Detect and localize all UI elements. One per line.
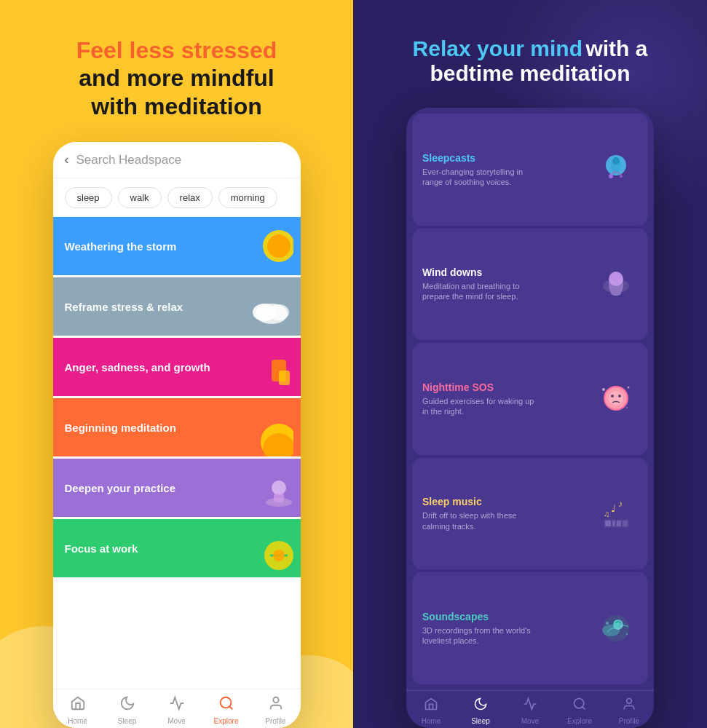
tag-relax[interactable]: relax xyxy=(167,187,213,208)
winddowns-icon xyxy=(594,262,638,306)
sleep-card-nighttime[interactable]: Nighttime SOS Guided exercises for wakin… xyxy=(412,343,648,455)
move-icon xyxy=(169,695,185,715)
nav-item-explore[interactable]: Explore xyxy=(202,695,251,725)
nav-label-home: Home xyxy=(68,717,87,725)
svg-point-21 xyxy=(620,175,623,178)
right-nav-item-profile[interactable]: Profile xyxy=(604,697,654,725)
tag-morning[interactable]: morning xyxy=(218,187,277,208)
card-title-deepen: Deepen your practice xyxy=(65,482,289,494)
right-nav-label-profile: Profile xyxy=(619,717,639,725)
svg-point-25 xyxy=(612,273,620,282)
svg-point-44 xyxy=(614,620,620,626)
svg-text:♪: ♪ xyxy=(618,499,623,509)
svg-point-29 xyxy=(618,395,621,397)
course-card-deepen[interactable]: Deepen your practice xyxy=(53,459,301,517)
right-nav-label-move: Move xyxy=(521,717,539,725)
svg-rect-11 xyxy=(274,494,284,502)
left-panel: Feel less stressed and more mindfulwith … xyxy=(0,0,353,728)
card-title-anger: Anger, sadness, and growth xyxy=(65,361,289,373)
sleep-card-soundscapes[interactable]: Soundscapes 3D recordings from the world… xyxy=(412,572,648,684)
sleep-card-sleepcasts[interactable]: Sleepcasts Ever-changing storytelling in… xyxy=(412,114,648,226)
course-card-beginning[interactable]: Beginning meditation xyxy=(53,398,301,456)
course-card-focus[interactable]: Focus at work xyxy=(53,519,301,577)
svg-point-28 xyxy=(611,395,614,397)
svg-point-31 xyxy=(627,387,629,389)
sleep-card-info-soundscapes: Soundscapes 3D recordings from the world… xyxy=(422,611,594,646)
right-nav-item-home[interactable]: Home xyxy=(406,697,456,725)
svg-line-15 xyxy=(229,706,232,709)
home-icon xyxy=(70,695,86,715)
svg-point-20 xyxy=(609,174,613,178)
sleepcasts-icon xyxy=(594,148,638,191)
sleep-card-info-nighttime: Nighttime SOS Guided exercises for wakin… xyxy=(422,381,594,417)
svg-rect-38 xyxy=(612,521,615,526)
sleep-card-desc-soundscapes: 3D recordings from the world's loveliest… xyxy=(422,625,539,646)
nav-item-home[interactable]: Home xyxy=(53,695,103,725)
search-bar[interactable]: ‹ Search Headspace xyxy=(53,142,301,178)
svg-line-48 xyxy=(582,707,585,710)
svg-point-49 xyxy=(627,699,632,704)
right-explore-icon xyxy=(572,697,587,715)
right-headline-blue: Relax your mind xyxy=(413,36,582,60)
right-phone-mockup: Sleepcasts Ever-changing storytelling in… xyxy=(406,108,654,728)
headline-colored: Feel less stressed xyxy=(76,36,277,64)
cards-list: Weathering the storm Reframe stress & re… xyxy=(53,217,301,689)
right-sleep-icon xyxy=(473,697,488,715)
nav-item-move[interactable]: Move xyxy=(152,695,202,725)
search-input[interactable]: Search Headspace xyxy=(76,153,289,167)
nav-label-move: Move xyxy=(167,717,185,725)
sleep-card-winddowns[interactable]: Wind downs Meditation and breathing to p… xyxy=(412,229,648,341)
left-bottom-nav: Home Sleep Move xyxy=(53,689,301,728)
explore-icon xyxy=(218,695,234,715)
card-title-beginning: Beginning meditation xyxy=(65,422,289,434)
sleep-card-title-nighttime: Nighttime SOS xyxy=(422,381,594,393)
course-card-anger[interactable]: Anger, sadness, and growth xyxy=(53,338,301,396)
sleep-card-desc-sleepmusic: Drift off to sleep with these calming tr… xyxy=(422,510,539,531)
soundscapes-icon xyxy=(594,606,638,650)
course-card-reframe[interactable]: Reframe stress & relax xyxy=(53,277,301,336)
sleep-card-sleepmusic[interactable]: Sleep music Drift off to sleep with thes… xyxy=(412,458,648,570)
left-header: Feel less stressed and more mindfulwith … xyxy=(47,0,307,142)
right-header: Relax your mind with abedtime meditation xyxy=(384,0,677,108)
svg-point-32 xyxy=(626,407,628,408)
right-move-icon xyxy=(523,697,537,715)
right-nav-item-sleep[interactable]: Sleep xyxy=(456,697,505,725)
nav-label-profile: Profile xyxy=(265,717,285,725)
sleep-card-desc-nighttime: Guided exercises for waking up in the ni… xyxy=(422,396,539,417)
nighttime-icon xyxy=(594,377,638,421)
back-arrow-icon[interactable]: ‹ xyxy=(65,152,69,167)
svg-rect-37 xyxy=(605,521,611,526)
headline-black: and more mindfulwith meditation xyxy=(76,64,277,120)
sleep-icon xyxy=(119,695,135,715)
svg-point-16 xyxy=(273,697,278,703)
left-phone-mockup: ‹ Search Headspace sleep walk relax morn… xyxy=(53,142,301,728)
sleep-card-title-sleepcasts: Sleepcasts xyxy=(422,152,594,164)
sleep-card-info-winddowns: Wind downs Meditation and breathing to p… xyxy=(422,266,594,302)
nav-item-profile[interactable]: Profile xyxy=(251,695,301,725)
svg-point-27 xyxy=(609,391,623,405)
right-nav-item-move[interactable]: Move xyxy=(505,697,555,725)
sleep-card-desc-sleepcasts: Ever-changing storytelling in range of s… xyxy=(422,167,539,188)
nav-label-explore: Explore xyxy=(214,717,239,725)
tag-walk[interactable]: walk xyxy=(118,187,162,208)
right-home-icon xyxy=(424,697,438,715)
sleep-card-info-sleepmusic: Sleep music Drift off to sleep with thes… xyxy=(422,496,594,531)
svg-point-14 xyxy=(220,697,231,708)
tag-sleep[interactable]: sleep xyxy=(65,187,112,208)
right-panel: Relax your mind with abedtime meditation… xyxy=(353,0,707,728)
sleep-card-title-sleepmusic: Sleep music xyxy=(422,496,594,507)
sleep-list: Sleepcasts Ever-changing storytelling in… xyxy=(406,108,654,690)
card-title-weathering: Weathering the storm xyxy=(65,240,289,253)
right-nav-label-home: Home xyxy=(422,717,441,725)
svg-point-47 xyxy=(574,699,584,708)
svg-rect-39 xyxy=(617,521,621,526)
right-bottom-nav: Home Sleep Move xyxy=(406,690,654,728)
card-title-reframe: Reframe stress & relax xyxy=(65,301,289,313)
sleep-card-desc-winddowns: Meditation and breathing to prepare the … xyxy=(422,281,539,302)
svg-point-30 xyxy=(602,388,605,391)
nav-item-sleep[interactable]: Sleep xyxy=(103,695,152,725)
sleep-card-title-winddowns: Wind downs xyxy=(422,266,594,278)
right-nav-item-explore[interactable]: Explore xyxy=(555,697,604,725)
right-nav-label-explore: Explore xyxy=(567,717,592,725)
course-card-weathering[interactable]: Weathering the storm xyxy=(53,217,301,275)
